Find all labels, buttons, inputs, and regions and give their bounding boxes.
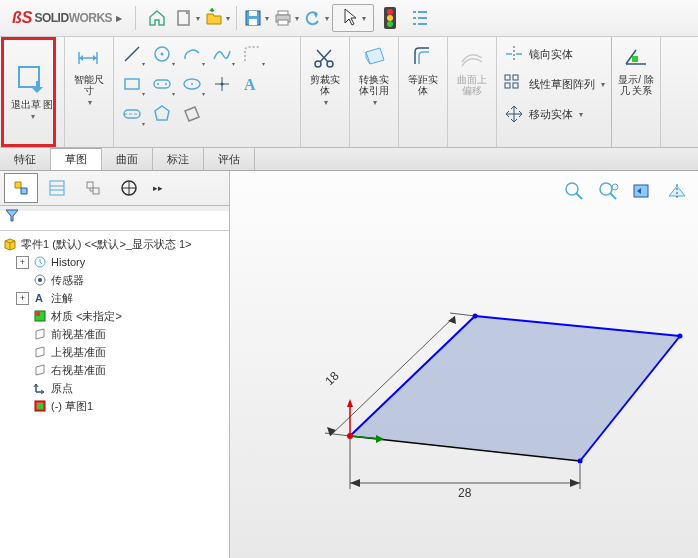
text-tool[interactable]: A [238, 70, 266, 98]
more-tabs[interactable]: ▸▸ [148, 173, 168, 203]
svg-point-14 [161, 53, 164, 56]
svg-rect-33 [505, 83, 510, 88]
tree-label: 注解 [51, 291, 73, 306]
move-entities-button[interactable]: 移动实体▾ [503, 101, 605, 127]
svg-rect-15 [125, 79, 139, 89]
tree-sketch1[interactable]: (-) 草图1 [2, 397, 227, 415]
mirror-entities-button[interactable]: 镜向实体 [503, 41, 605, 67]
offset-entities-button[interactable]: 等距实 体 [403, 40, 443, 96]
svg-point-8 [387, 9, 393, 15]
tab-features[interactable]: 特征 [0, 148, 51, 170]
undo-button[interactable]: ▾ [302, 4, 330, 32]
property-manager-tab[interactable] [40, 173, 74, 203]
home-button[interactable] [143, 4, 171, 32]
tree-root[interactable]: 零件1 (默认) <<默认>_显示状态 1> [2, 235, 227, 253]
move-icon [503, 103, 525, 125]
surface-offset-label: 曲面上 偏移 [452, 74, 492, 96]
tab-sketch[interactable]: 草图 [51, 148, 102, 170]
convert-icon [360, 44, 388, 72]
svg-rect-55 [37, 403, 43, 409]
rectangle-tool[interactable]: ▾ [118, 70, 146, 98]
svg-rect-37 [632, 56, 638, 62]
point-tool[interactable] [208, 70, 236, 98]
convert-label: 转换实 体引用 [354, 74, 394, 96]
svg-point-50 [38, 278, 42, 282]
tree-sensors[interactable]: 传感器 [2, 271, 227, 289]
brand-text: SOLIDWORKS [34, 11, 112, 25]
config-manager-tab[interactable] [76, 173, 110, 203]
smart-dimension-label: 智能尺 寸 [69, 74, 109, 96]
svg-rect-38 [50, 181, 64, 195]
tab-annotate[interactable]: 标注 [153, 148, 204, 170]
fillet-tool[interactable]: ▾ [238, 40, 266, 68]
spline-tool[interactable]: ▾ [208, 40, 236, 68]
exit-sketch-button[interactable]: 退出草 图 ▾ [4, 40, 60, 143]
svg-point-66 [578, 459, 583, 464]
circle-tool[interactable]: ▾ [148, 40, 176, 68]
arc-tool[interactable]: ▾ [178, 40, 206, 68]
polygon-tool[interactable] [148, 100, 176, 128]
plane-tool[interactable] [178, 100, 206, 128]
svg-rect-34 [513, 83, 518, 88]
plane-icon [32, 362, 48, 378]
tree-front-plane[interactable]: 前视基准面 [2, 325, 227, 343]
tree-right-plane[interactable]: 右视基准面 [2, 361, 227, 379]
tree-material[interactable]: 材质 <未指定> [2, 307, 227, 325]
part-icon [2, 236, 18, 252]
dropdown-icon: ▾ [88, 98, 92, 107]
dimxpert-tab[interactable] [112, 173, 146, 203]
trim-label: 剪裁实 体 [305, 74, 345, 96]
new-button[interactable]: ▾ [173, 4, 201, 32]
svg-line-71 [325, 433, 350, 436]
svg-text:A: A [244, 76, 256, 93]
tree-label: 传感器 [51, 273, 84, 288]
expand-icon[interactable]: + [16, 256, 29, 269]
convert-entities-button[interactable]: 转换实 体引用 ▾ [354, 40, 394, 107]
pattern-icon [503, 73, 525, 95]
plane-icon [32, 344, 48, 360]
smart-dimension-button[interactable]: 智能尺 寸 ▾ [69, 40, 109, 134]
traffic-light-icon[interactable] [376, 4, 404, 32]
svg-point-10 [387, 21, 393, 27]
graphics-viewport[interactable]: 18 28 [230, 171, 698, 558]
list-button[interactable] [406, 4, 434, 32]
feature-manager-pane: ▸▸ 零件1 (默认) <<默认>_显示状态 1> +History 传感器 +… [0, 171, 230, 558]
tree-label: 材质 <未指定> [51, 309, 122, 324]
app-menu-dropdown-icon[interactable]: ▶ [116, 14, 122, 23]
svg-rect-2 [249, 11, 257, 16]
surface-offset-button: 曲面上 偏移 [452, 40, 492, 96]
empty-cell [268, 40, 296, 68]
centerline-tool[interactable]: ▾ [118, 100, 146, 128]
tab-surfaces[interactable]: 曲面 [102, 148, 153, 170]
tree-label: 上视基准面 [51, 345, 106, 360]
print-button[interactable]: ▾ [272, 4, 300, 32]
tree-label: History [51, 256, 85, 268]
tree-label: (-) 草图1 [51, 399, 93, 414]
svg-rect-41 [87, 182, 93, 188]
select-button[interactable]: ▾ [332, 4, 374, 32]
history-icon [32, 254, 48, 270]
slot-tool[interactable]: ▾ [148, 70, 176, 98]
save-button[interactable]: ▾ [242, 4, 270, 32]
feature-tree-tab[interactable] [4, 173, 38, 203]
dropdown-icon: ▾ [325, 14, 329, 23]
tree-origin[interactable]: 原点 [2, 379, 227, 397]
expand-icon[interactable]: + [16, 292, 29, 305]
mirror-label: 镜向实体 [529, 47, 573, 62]
svg-rect-4 [278, 11, 288, 15]
annotation-icon: A [32, 290, 48, 306]
line-tool[interactable]: ▾ [118, 40, 146, 68]
tree-history[interactable]: +History [2, 253, 227, 271]
ellipse-tool[interactable]: ▾ [178, 70, 206, 98]
open-button[interactable]: ▾ [203, 4, 231, 32]
tab-evaluate[interactable]: 评估 [204, 148, 255, 170]
tree-annotations[interactable]: +A注解 [2, 289, 227, 307]
trim-entities-button[interactable]: 剪裁实 体 ▾ [305, 40, 345, 107]
display-relations-button[interactable]: 显示/ 除几 关系 [616, 40, 656, 96]
linear-pattern-button[interactable]: 线性草图阵列▾ [503, 71, 605, 97]
tree-top-plane[interactable]: 上视基准面 [2, 343, 227, 361]
move-label: 移动实体 [529, 107, 573, 122]
dropdown-icon: ▾ [295, 14, 299, 23]
filter-icon[interactable] [4, 208, 20, 222]
dropdown-icon: ▾ [601, 80, 605, 89]
